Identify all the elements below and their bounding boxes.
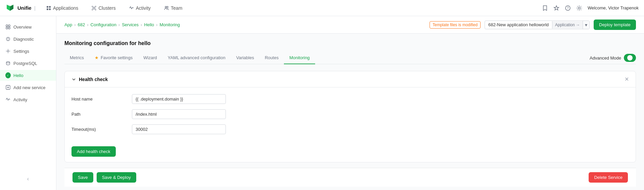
tab-metrics[interactable]: Metrics	[64, 52, 89, 64]
settings-icon[interactable]	[576, 5, 582, 11]
app-selector-chevron-icon[interactable]: ▾	[583, 21, 589, 29]
overview-icon	[5, 24, 11, 30]
breadcrumb-sep-2: ›	[87, 22, 88, 27]
logo[interactable]: Unifie |	[5, 3, 36, 13]
breadcrumb-hello[interactable]: Hello	[144, 22, 154, 27]
hello-icon: ✓	[5, 73, 11, 78]
breadcrumb: App › 682 › Configuration › Services › H…	[64, 22, 180, 27]
tab-favorite-settings[interactable]: ★ Favorite settings	[89, 52, 138, 64]
svg-point-7	[92, 9, 93, 10]
save-button[interactable]: Save	[72, 172, 93, 183]
app-selector[interactable]: 682-New application helloworld Applicati…	[485, 21, 590, 29]
tab-variables[interactable]: Variables	[231, 52, 259, 64]
advanced-mode-toggle[interactable]: Advanced Mode	[590, 54, 636, 62]
sidebar-item-diagnostic[interactable]: Diagnostic	[0, 34, 56, 44]
svg-text:✓: ✓	[7, 74, 9, 77]
pin-icon[interactable]	[553, 5, 559, 11]
app-divider: |	[34, 5, 36, 11]
tab-routes-label: Routes	[265, 55, 279, 60]
sidebar-item-postgresql[interactable]: PostgreSQL	[0, 58, 56, 69]
help-icon[interactable]: ?	[565, 5, 571, 11]
svg-rect-15	[8, 25, 10, 27]
breadcrumb-sep-5: ›	[156, 22, 157, 27]
sidebar-item-overview[interactable]: Overview	[0, 22, 56, 32]
save-deploy-button[interactable]: Save & Deploy	[97, 172, 136, 183]
sidebar-item-activity[interactable]: Activity	[0, 94, 56, 105]
diagnostic-icon	[5, 36, 11, 42]
bookmark-icon[interactable]	[542, 5, 548, 11]
svg-rect-0	[47, 6, 48, 8]
svg-text:?: ?	[567, 6, 569, 10]
add-new-service-icon	[5, 85, 11, 90]
nav-applications[interactable]: Applications	[44, 4, 81, 12]
host-name-input[interactable]	[132, 94, 226, 104]
svg-rect-3	[49, 8, 51, 10]
svg-point-20	[8, 40, 8, 40]
sidebar-collapse-button[interactable]: ‹	[0, 173, 56, 185]
sidebar-item-settings[interactable]: Settings	[0, 46, 56, 56]
breadcrumb-services[interactable]: Services	[122, 22, 139, 27]
card-header: Health check ✕	[65, 71, 636, 87]
app-selector-name: 682-New application helloworld	[485, 21, 552, 29]
sidebar-item-settings-label: Settings	[13, 49, 29, 54]
sidebar-item-add-new-service[interactable]: Add new service	[0, 82, 56, 93]
nav-team-label: Team	[171, 5, 182, 11]
tab-yaml-label: YAML advanced configuration	[168, 55, 226, 60]
chevron-down-icon	[71, 77, 76, 82]
close-health-check-button[interactable]: ✕	[625, 76, 629, 82]
timeout-row: Timeout(ms)	[71, 124, 629, 134]
path-label: Path	[71, 112, 132, 117]
toggle-knob	[627, 55, 633, 61]
nav-applications-label: Applications	[53, 5, 79, 11]
nav-activity[interactable]: Activity	[127, 4, 153, 12]
advanced-mode-label: Advanced Mode	[590, 55, 621, 61]
add-health-check-button[interactable]: Add health check	[71, 146, 116, 157]
svg-point-13	[578, 7, 580, 9]
tab-variables-label: Variables	[236, 55, 254, 60]
tabs: Metrics ★ Favorite settings Wizard YAML …	[64, 52, 315, 64]
host-name-row: Host name	[71, 94, 629, 104]
delete-service-button[interactable]: Delete Service	[589, 172, 628, 183]
page-content: Monitoring configuration for hello Metri…	[56, 34, 644, 190]
content-topbar: App › 682 › Configuration › Services › H…	[56, 16, 644, 34]
tab-monitoring-label: Monitoring	[289, 55, 310, 60]
top-navigation: Unifie | Applications Clusters Activity …	[0, 0, 644, 16]
svg-rect-2	[47, 8, 48, 10]
template-modified-badge: Template files is modified	[430, 21, 481, 29]
svg-point-8	[95, 9, 96, 10]
activity-icon	[5, 97, 11, 102]
sidebar-item-hello-label: Hello	[13, 73, 23, 78]
path-input-wrapper	[132, 109, 226, 119]
svg-point-10	[167, 6, 168, 8]
breadcrumb-sep-1: ›	[74, 22, 76, 27]
main-layout: Overview Diagnostic Settings PostgreSQL …	[0, 16, 644, 190]
tab-monitoring[interactable]: Monitoring	[284, 52, 315, 64]
nav-team[interactable]: Team	[161, 4, 185, 12]
health-check-card: Health check ✕ Host name Path	[64, 71, 636, 162]
health-check-title: Health check	[79, 77, 108, 82]
path-input[interactable]	[132, 109, 226, 119]
sidebar-item-activity-label: Activity	[13, 97, 27, 102]
tabs-bar: Metrics ★ Favorite settings Wizard YAML …	[64, 52, 636, 64]
svg-point-22	[6, 62, 10, 63]
deploy-template-button[interactable]: Deploy template	[594, 20, 636, 30]
timeout-input-wrapper	[132, 124, 226, 134]
timeout-label: Timeout(ms)	[71, 127, 132, 132]
svg-point-4	[93, 7, 95, 9]
timeout-input[interactable]	[132, 124, 226, 134]
breadcrumb-sep-4: ›	[141, 22, 142, 27]
postgresql-icon	[5, 61, 11, 66]
breadcrumb-app[interactable]: App	[64, 22, 72, 27]
tab-yaml[interactable]: YAML advanced configuration	[162, 52, 231, 64]
sidebar: Overview Diagnostic Settings PostgreSQL …	[0, 16, 56, 190]
tab-routes[interactable]: Routes	[259, 52, 284, 64]
sidebar-item-diagnostic-label: Diagnostic	[13, 37, 34, 42]
collapse-icon: ‹	[27, 176, 29, 182]
sidebar-item-hello[interactable]: ✓ Hello	[0, 70, 56, 81]
welcome-message: Welcome, Victor Trapenok	[588, 5, 639, 10]
app-selector-label: Application →	[552, 21, 583, 29]
tab-wizard[interactable]: Wizard	[138, 52, 162, 64]
nav-clusters[interactable]: Clusters	[89, 4, 118, 12]
breadcrumb-682[interactable]: 682	[78, 22, 85, 27]
breadcrumb-configuration[interactable]: Configuration	[91, 22, 116, 27]
